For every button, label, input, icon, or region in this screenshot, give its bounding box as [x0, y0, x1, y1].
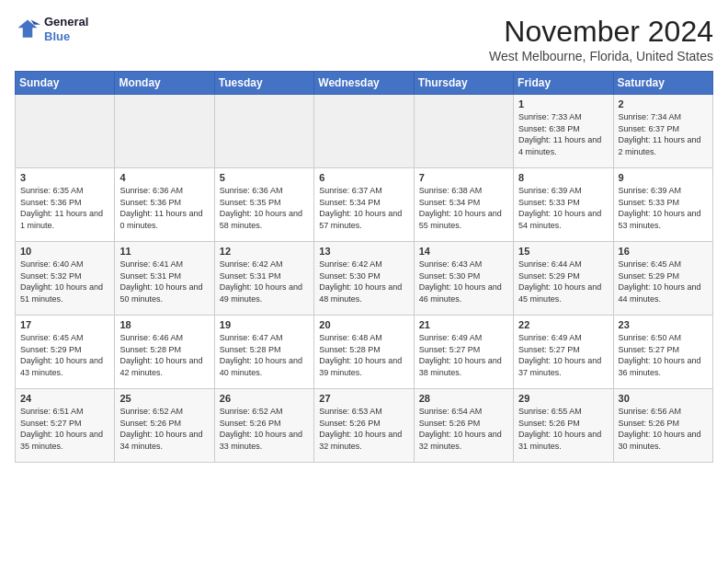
- day-info: Sunrise: 6:53 AM Sunset: 5:26 PM Dayligh…: [319, 406, 408, 452]
- day-cell: 19Sunrise: 6:47 AM Sunset: 5:28 PM Dayli…: [214, 316, 313, 389]
- day-info: Sunrise: 6:42 AM Sunset: 5:30 PM Dayligh…: [319, 259, 408, 304]
- day-info: Sunrise: 6:49 AM Sunset: 5:27 PM Dayligh…: [518, 332, 608, 378]
- day-cell: 18Sunrise: 6:46 AM Sunset: 5:28 PM Dayli…: [115, 316, 214, 389]
- day-cell: [314, 95, 414, 168]
- day-cell: 16Sunrise: 6:45 AM Sunset: 5:29 PM Dayli…: [613, 242, 712, 316]
- day-cell: 27Sunrise: 6:53 AM Sunset: 5:26 PM Dayli…: [314, 389, 414, 463]
- weekday-header-row: SundayMondayTuesdayWednesdayThursdayFrid…: [16, 72, 713, 95]
- day-cell: 20Sunrise: 6:48 AM Sunset: 5:28 PM Dayli…: [314, 316, 414, 389]
- week-row-3: 10Sunrise: 6:40 AM Sunset: 5:32 PM Dayli…: [16, 242, 713, 316]
- day-cell: 17Sunrise: 6:45 AM Sunset: 5:29 PM Dayli…: [16, 316, 115, 389]
- day-cell: 15Sunrise: 6:44 AM Sunset: 5:29 PM Dayli…: [514, 242, 613, 316]
- day-number: 11: [119, 246, 209, 257]
- day-info: Sunrise: 6:48 AM Sunset: 5:28 PM Dayligh…: [319, 332, 408, 378]
- day-number: 12: [220, 246, 309, 257]
- day-number: 24: [20, 393, 109, 404]
- day-number: 27: [319, 393, 408, 404]
- title-area: November 2024 West Melbourne, Florida, U…: [489, 15, 713, 63]
- day-number: 22: [518, 319, 608, 330]
- day-number: 19: [220, 319, 309, 330]
- day-info: Sunrise: 6:54 AM Sunset: 5:26 PM Dayligh…: [419, 406, 508, 452]
- day-cell: 24Sunrise: 6:51 AM Sunset: 5:27 PM Dayli…: [16, 389, 115, 463]
- weekday-header-wednesday: Wednesday: [314, 72, 414, 95]
- day-number: 2: [619, 98, 708, 109]
- day-cell: 7Sunrise: 6:38 AM Sunset: 5:34 PM Daylig…: [414, 168, 513, 242]
- day-info: Sunrise: 6:40 AM Sunset: 5:32 PM Dayligh…: [20, 259, 109, 304]
- day-info: Sunrise: 6:45 AM Sunset: 5:29 PM Dayligh…: [619, 259, 708, 304]
- day-number: 26: [220, 393, 309, 404]
- day-info: Sunrise: 7:34 AM Sunset: 6:37 PM Dayligh…: [619, 111, 708, 157]
- header: General Blue November 2024 West Melbourn…: [15, 15, 713, 63]
- week-row-5: 24Sunrise: 6:51 AM Sunset: 5:27 PM Dayli…: [16, 389, 713, 463]
- day-number: 29: [518, 393, 608, 404]
- day-number: 17: [20, 319, 109, 330]
- day-number: 25: [119, 393, 209, 404]
- day-number: 14: [419, 246, 508, 257]
- day-number: 5: [220, 172, 309, 183]
- day-info: Sunrise: 6:43 AM Sunset: 5:30 PM Dayligh…: [419, 259, 508, 304]
- day-cell: [16, 95, 115, 168]
- day-cell: 30Sunrise: 6:56 AM Sunset: 5:26 PM Dayli…: [613, 389, 712, 463]
- week-row-1: 1Sunrise: 7:33 AM Sunset: 6:38 PM Daylig…: [16, 95, 713, 168]
- day-number: 4: [119, 172, 209, 183]
- day-cell: 22Sunrise: 6:49 AM Sunset: 5:27 PM Dayli…: [514, 316, 613, 389]
- day-info: Sunrise: 6:38 AM Sunset: 5:34 PM Dayligh…: [419, 185, 508, 231]
- day-cell: 26Sunrise: 6:52 AM Sunset: 5:26 PM Dayli…: [214, 389, 313, 463]
- day-info: Sunrise: 6:42 AM Sunset: 5:31 PM Dayligh…: [220, 259, 309, 304]
- day-number: 6: [319, 172, 408, 183]
- day-cell: 10Sunrise: 6:40 AM Sunset: 5:32 PM Dayli…: [16, 242, 115, 316]
- weekday-header-monday: Monday: [115, 72, 214, 95]
- day-info: Sunrise: 6:44 AM Sunset: 5:29 PM Dayligh…: [518, 259, 608, 304]
- day-number: 15: [518, 246, 608, 257]
- day-number: 21: [419, 319, 508, 330]
- day-cell: 11Sunrise: 6:41 AM Sunset: 5:31 PM Dayli…: [115, 242, 214, 316]
- day-number: 13: [319, 246, 408, 257]
- day-number: 10: [20, 246, 109, 257]
- day-cell: 4Sunrise: 6:36 AM Sunset: 5:36 PM Daylig…: [115, 168, 214, 242]
- logo-text-general: General: [44, 15, 88, 29]
- day-info: Sunrise: 6:35 AM Sunset: 5:36 PM Dayligh…: [20, 185, 109, 231]
- day-info: Sunrise: 6:39 AM Sunset: 5:33 PM Dayligh…: [518, 185, 608, 231]
- day-number: 3: [20, 172, 109, 183]
- day-cell: 29Sunrise: 6:55 AM Sunset: 5:26 PM Dayli…: [514, 389, 613, 463]
- day-number: 8: [518, 172, 608, 183]
- day-cell: 8Sunrise: 6:39 AM Sunset: 5:33 PM Daylig…: [514, 168, 613, 242]
- day-info: Sunrise: 6:47 AM Sunset: 5:28 PM Dayligh…: [220, 332, 309, 378]
- weekday-header-saturday: Saturday: [613, 72, 712, 95]
- weekday-header-thursday: Thursday: [414, 72, 513, 95]
- day-info: Sunrise: 6:52 AM Sunset: 5:26 PM Dayligh…: [220, 406, 309, 452]
- calendar-table: SundayMondayTuesdayWednesdayThursdayFrid…: [15, 71, 713, 463]
- logo-icon: [15, 17, 40, 42]
- day-number: 18: [119, 319, 209, 330]
- day-cell: 14Sunrise: 6:43 AM Sunset: 5:30 PM Dayli…: [414, 242, 513, 316]
- day-cell: [115, 95, 214, 168]
- day-cell: 2Sunrise: 7:34 AM Sunset: 6:37 PM Daylig…: [613, 95, 712, 168]
- day-info: Sunrise: 6:36 AM Sunset: 5:35 PM Dayligh…: [220, 185, 309, 231]
- day-cell: 28Sunrise: 6:54 AM Sunset: 5:26 PM Dayli…: [414, 389, 513, 463]
- weekday-header-tuesday: Tuesday: [214, 72, 313, 95]
- logo-text-blue: Blue: [44, 29, 88, 44]
- day-cell: 21Sunrise: 6:49 AM Sunset: 5:27 PM Dayli…: [414, 316, 513, 389]
- day-cell: [414, 95, 513, 168]
- day-number: 30: [619, 393, 708, 404]
- day-cell: 5Sunrise: 6:36 AM Sunset: 5:35 PM Daylig…: [214, 168, 313, 242]
- day-info: Sunrise: 6:50 AM Sunset: 5:27 PM Dayligh…: [619, 332, 708, 378]
- day-info: Sunrise: 6:41 AM Sunset: 5:31 PM Dayligh…: [119, 259, 209, 304]
- day-number: 16: [619, 246, 708, 257]
- day-info: Sunrise: 6:46 AM Sunset: 5:28 PM Dayligh…: [119, 332, 209, 378]
- day-info: Sunrise: 6:37 AM Sunset: 5:34 PM Dayligh…: [319, 185, 408, 231]
- day-number: 23: [619, 319, 708, 330]
- day-cell: 9Sunrise: 6:39 AM Sunset: 5:33 PM Daylig…: [613, 168, 712, 242]
- day-info: Sunrise: 6:45 AM Sunset: 5:29 PM Dayligh…: [20, 332, 109, 378]
- day-number: 7: [419, 172, 508, 183]
- day-cell: 23Sunrise: 6:50 AM Sunset: 5:27 PM Dayli…: [613, 316, 712, 389]
- day-info: Sunrise: 6:56 AM Sunset: 5:26 PM Dayligh…: [619, 406, 708, 452]
- day-cell: 3Sunrise: 6:35 AM Sunset: 5:36 PM Daylig…: [16, 168, 115, 242]
- day-number: 28: [419, 393, 508, 404]
- week-row-4: 17Sunrise: 6:45 AM Sunset: 5:29 PM Dayli…: [16, 316, 713, 389]
- day-cell: 25Sunrise: 6:52 AM Sunset: 5:26 PM Dayli…: [115, 389, 214, 463]
- day-number: 9: [619, 172, 708, 183]
- day-info: Sunrise: 6:39 AM Sunset: 5:33 PM Dayligh…: [619, 185, 708, 231]
- day-number: 1: [518, 98, 608, 109]
- day-cell: [214, 95, 313, 168]
